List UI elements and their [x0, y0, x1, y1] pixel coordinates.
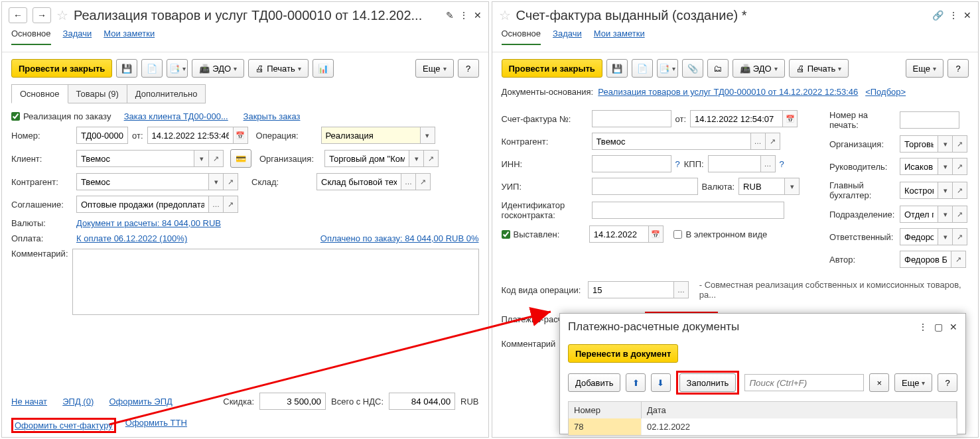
print-button[interactable]: 🖨 Печать ▾ [789, 59, 849, 78]
subtab-goods[interactable]: Товары (9) [68, 84, 127, 103]
popup-close-icon[interactable]: ✕ [949, 322, 957, 332]
responsible-input[interactable] [900, 228, 938, 245]
basis-link[interactable]: Реализация товаров и услуг ТД00-000010 о… [598, 87, 858, 97]
counterparty-input[interactable] [592, 133, 751, 150]
paid-link[interactable]: Оплачено по заказу: 84 044,00 RUB 0% [320, 233, 479, 243]
op-code-input[interactable] [588, 281, 674, 298]
currency-input[interactable] [738, 178, 785, 195]
tab-notes[interactable]: Мои заметки [104, 29, 155, 45]
not-started-link[interactable]: Не начат [11, 397, 47, 407]
client-input[interactable] [76, 150, 194, 167]
help-button[interactable]: ? [458, 59, 479, 78]
edit-icon[interactable]: ✎ [446, 10, 454, 21]
tab-notes[interactable]: Мои заметки [594, 29, 645, 45]
save-button[interactable]: 💾 [606, 59, 628, 78]
more-button[interactable]: Еще ▾ [415, 59, 453, 78]
edo-button[interactable]: 📠 ЭДО ▾ [733, 59, 785, 78]
org-input[interactable] [900, 135, 938, 153]
calendar-icon[interactable]: 📅 [783, 110, 798, 127]
dropdown-icon[interactable]: ▾ [421, 127, 435, 144]
realize-by-order-checkbox[interactable]: Реализация по заказу [11, 111, 111, 121]
col-number[interactable]: Номер [569, 402, 642, 418]
calendar-icon[interactable]: 📅 [234, 127, 248, 144]
post-button[interactable]: 📄 [632, 59, 653, 78]
edo-button[interactable]: 📠 ЭДО ▾ [192, 59, 244, 78]
post-close-button[interactable]: Провести и закрыть [11, 59, 112, 78]
govid-input[interactable] [592, 202, 784, 219]
clear-search-button[interactable]: × [869, 373, 889, 392]
make-invoice-link[interactable]: Оформить счет-фактуру [15, 420, 113, 430]
uip-input[interactable] [592, 178, 698, 195]
transfer-button[interactable]: Перенести в документ [568, 344, 678, 363]
back-button[interactable]: ← [9, 7, 27, 23]
search-input[interactable] [744, 374, 864, 391]
currency-link[interactable]: Документ и расчеты: 84 044,00 RUB [76, 218, 221, 228]
add-button[interactable]: Добавить [568, 373, 620, 392]
number-input[interactable] [76, 127, 128, 144]
popup-more-icon[interactable]: ⋮ [918, 322, 928, 332]
epd-link[interactable]: ЭПД (0) [62, 397, 94, 407]
subtab-extra[interactable]: Дополнительно [127, 84, 206, 103]
list-button[interactable]: 🗂 [707, 59, 729, 78]
more-icon[interactable]: ⋮ [949, 10, 958, 21]
issued-checkbox[interactable]: Выставлен: [502, 229, 560, 239]
favorite-star-icon[interactable]: ☆ [499, 7, 511, 23]
move-down-button[interactable]: ⬇ [651, 373, 671, 392]
discount-input[interactable] [259, 393, 326, 410]
save-button[interactable]: 💾 [116, 59, 137, 78]
kpp-help-icon[interactable]: ? [780, 159, 784, 169]
close-icon[interactable]: ✕ [963, 10, 971, 21]
inn-help-icon[interactable]: ? [675, 159, 680, 169]
org-input[interactable] [324, 150, 409, 167]
author-input[interactable] [900, 251, 951, 268]
post-button[interactable]: 📄 [141, 59, 163, 78]
popup-help-button[interactable]: ? [938, 373, 957, 392]
invoice-no-input[interactable] [592, 110, 671, 127]
tab-main[interactable]: Основное [11, 29, 51, 45]
issued-date-input[interactable] [589, 225, 649, 243]
order-link[interactable]: Заказ клиента ТД00-000... [124, 111, 228, 121]
card-button[interactable]: 💳 [230, 149, 251, 168]
inn-input[interactable] [592, 155, 671, 172]
open-icon[interactable]: ↗ [209, 150, 224, 167]
post-close-button[interactable]: Провести и закрыть [502, 59, 602, 78]
make-epd-link[interactable]: Оформить ЭПД [109, 397, 173, 407]
date-input[interactable] [147, 127, 234, 144]
invoice-date-input[interactable] [690, 110, 783, 127]
warehouse-input[interactable] [316, 173, 401, 190]
basis-select-link[interactable]: <Подбор> [865, 87, 906, 97]
forward-button[interactable]: → [33, 7, 51, 23]
dept-input[interactable] [900, 206, 938, 223]
make-ttn-link[interactable]: Оформить ТТН [125, 418, 187, 433]
payment-link[interactable]: К оплате 06.12.2022 (100%) [76, 233, 187, 243]
more-button[interactable]: Еще ▾ [906, 59, 944, 78]
dt-button[interactable]: 📑▾ [167, 59, 188, 78]
report-button[interactable]: 📊 [313, 59, 334, 78]
total-input[interactable] [389, 393, 455, 410]
operation-input[interactable] [321, 127, 421, 144]
dt-button[interactable]: 📑▾ [657, 59, 678, 78]
agreement-input[interactable] [76, 196, 209, 213]
close-order-link[interactable]: Закрыть заказ [244, 111, 301, 121]
move-up-button[interactable]: ⬆ [626, 373, 646, 392]
tab-tasks[interactable]: Задачи [63, 29, 92, 45]
tab-tasks[interactable]: Задачи [553, 29, 582, 45]
print-no-input[interactable] [900, 111, 959, 129]
popup-more-button[interactable]: Еще ▾ [894, 373, 932, 392]
popup-max-icon[interactable]: ▢ [934, 322, 943, 332]
fill-button[interactable]: Заполнить [679, 373, 736, 392]
manager-input[interactable] [900, 158, 938, 175]
close-icon[interactable]: ✕ [474, 10, 482, 21]
accountant-input[interactable] [900, 182, 938, 199]
comment-textarea[interactable] [72, 249, 479, 315]
subtab-main[interactable]: Основное [11, 84, 68, 103]
tab-main[interactable]: Основное [502, 29, 541, 45]
link-icon[interactable]: 🔗 [932, 10, 944, 21]
attach-button[interactable]: 📎 [682, 59, 703, 78]
kpp-input[interactable] [708, 155, 761, 172]
more-icon[interactable]: ⋮ [459, 10, 468, 21]
table-row[interactable]: 78 02.12.2022 [569, 418, 957, 435]
help-button[interactable]: ? [947, 59, 969, 78]
counterparty-input[interactable] [76, 173, 209, 190]
electronic-checkbox[interactable]: В электронном виде [673, 229, 767, 239]
